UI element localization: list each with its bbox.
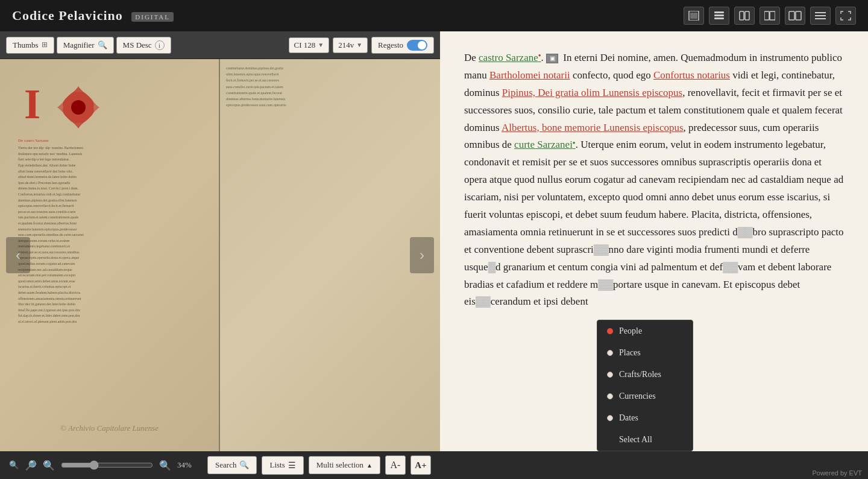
font-increase-button[interactable]: A+ [410,455,431,475]
lists-button[interactable]: Lists ☰ [262,456,303,475]
entity-curte-sarzanei[interactable]: curte Sarzanei [514,139,576,150]
svg-rect-5 [740,11,744,20]
multi-selection-label: Multi selection [316,460,363,470]
decorative-initial: I [24,83,40,125]
zoom-bar: 🔍 🔎 🔍 🔍 34% Search 🔍 Lists ☰ Multi selec… [0,451,440,479]
text-panel: De castro Sarzane. ▣ In eterni Dei nomin… [440,31,868,479]
search-label: Search [215,460,236,470]
zoom-in-large-icon[interactable]: 🔍 [159,460,171,471]
entity-dropdown: People Places Crafts/Roles Currencies Da… [597,320,693,451]
entity-albertus[interactable]: Albertus, bone memorie Lunensis episcopu… [502,122,684,133]
header: Codice Pelavicino DIGITAL [0,0,868,31]
right-bottom-bar [440,451,868,479]
search-icon: 🔍 [239,460,249,470]
image-toolbar: Thumbs ⊞ Magnifier 🔍 MS Desc i CI 128 ▼ … [0,31,440,59]
main-content: Thumbs ⊞ Magnifier 🔍 MS Desc i CI 128 ▼ … [0,31,868,479]
ci-dropdown-arrow: ▼ [318,42,324,48]
manuscript-image-area: ‹ I [0,59,440,451]
regesto-button[interactable]: Regesto [371,37,434,54]
dropdown-item-people[interactable]: People [597,320,693,342]
svg-rect-4 [714,17,724,19]
book-view-btn[interactable] [785,7,805,25]
ms-desc-button[interactable]: MS Desc i [116,37,171,54]
page-left: I De castro Sarzane Ttertu der ut [0,59,220,451]
app-title: Codice Pelavicino DIGITAL [12,8,174,24]
people-dot [607,328,613,334]
zoom-in-icon[interactable]: 🔍 [43,460,55,471]
zoom-out-small-icon[interactable]: 🔍 [9,460,19,470]
crafts-label: Crafts/Roles [619,370,661,379]
page-dropdown[interactable]: 214v ▼ [333,37,368,53]
image-panel: Thumbs ⊞ Magnifier 🔍 MS Desc i CI 128 ▼ … [0,31,440,479]
fullscreen-btn[interactable] [835,7,856,25]
dropdown-item-places[interactable]: Places [597,342,693,364]
ms-desc-label: MS Desc [123,40,152,50]
svg-rect-2 [714,11,724,13]
svg-rect-6 [745,11,749,20]
font-decrease-button[interactable]: A- [385,455,406,475]
currencies-dot [607,393,613,399]
font-increase-label: A+ [415,460,426,471]
digital-badge: DIGITAL [131,12,174,22]
prev-page-button[interactable]: ‹ [6,237,30,273]
list-view-btn[interactable] [709,7,729,25]
font-decrease-label: A- [391,460,401,471]
crafts-dot [607,372,613,378]
manuscript-page: I De castro Sarzane Ttertu der ut [0,59,440,451]
search-button[interactable]: Search 🔍 [207,456,257,474]
lists-label: Lists [269,460,285,470]
multi-selection-button[interactable]: Multi selection ▲ [309,456,380,474]
zoom-percent: 34% [177,460,201,470]
dropdown-item-select-all[interactable]: Select All [597,429,693,451]
bottom-controls: Search 🔍 Lists ☰ Multi selection ▲ A- A+ [207,455,431,475]
left-page-text: De castro Sarzane Ttertu der uto dip· di… [18,138,210,427]
select-all-dot [607,437,613,443]
entity-castro-sarzane[interactable]: castro Sarzane [479,52,541,63]
ci-dropdown[interactable]: CI 128 ▼ [289,37,330,53]
lists-icon: ☰ [288,460,296,471]
multi-selection-arrow: ▲ [366,462,373,469]
entity-pipinus[interactable]: Pipinus, Dei gratia olim Lunensis episco… [502,87,682,98]
svg-rect-10 [789,11,794,20]
page-dropdown-arrow: ▼ [356,42,362,48]
spread-view-btn[interactable] [760,7,780,25]
single-page-view-btn[interactable] [684,7,704,25]
dropdown-item-currencies[interactable]: Currencies [597,385,693,407]
places-label: Places [619,348,641,358]
svg-rect-11 [796,11,801,20]
thumbs-label: Thumbs [13,40,39,50]
zoom-slider[interactable] [61,460,153,470]
two-col-view-btn[interactable] [734,7,755,25]
zoom-out-icon[interactable]: 🔎 [25,460,37,471]
hamburger-menu-btn[interactable] [810,7,831,25]
powered-by: Powered by EVT [812,469,862,477]
page-right: continebatur.dominus.pipinus.dei.gratia … [220,59,440,451]
title-text: Codice Pelavicino [12,8,123,23]
dropdown-item-dates[interactable]: Dates [597,407,693,429]
copyright-text: © Archivio Capitolare Lunense [60,423,159,433]
regesto-toggle[interactable] [407,40,427,51]
people-label: People [619,326,642,336]
svg-point-15 [71,100,86,115]
next-page-button[interactable]: › [410,237,434,273]
image-icon: ▣ [546,54,558,63]
toolbar-right: CI 128 ▼ 214v ▼ Regesto [289,37,434,54]
currencies-label: Currencies [619,392,656,401]
svg-rect-7 [764,11,769,20]
select-all-label: Select All [619,435,652,445]
entity-bartholomei[interactable]: Bartholomei notarii [489,69,570,81]
dates-dot [607,415,613,421]
places-dot [607,350,613,356]
header-toolbar [684,7,856,25]
magnifier-label: Magnifier [63,40,95,50]
svg-rect-1 [690,13,697,19]
magnifier-button[interactable]: Magnifier 🔍 [57,37,114,54]
page-label: 214v [338,40,354,50]
decorative-motif [54,83,102,132]
ci-label: CI 128 [294,40,316,50]
svg-rect-8 [770,11,775,20]
svg-rect-3 [714,14,724,16]
dropdown-item-crafts[interactable]: Crafts/Roles [597,364,693,385]
entity-confortus[interactable]: Confortus notarius [653,69,730,81]
thumbs-button[interactable]: Thumbs ⊞ [6,37,54,54]
